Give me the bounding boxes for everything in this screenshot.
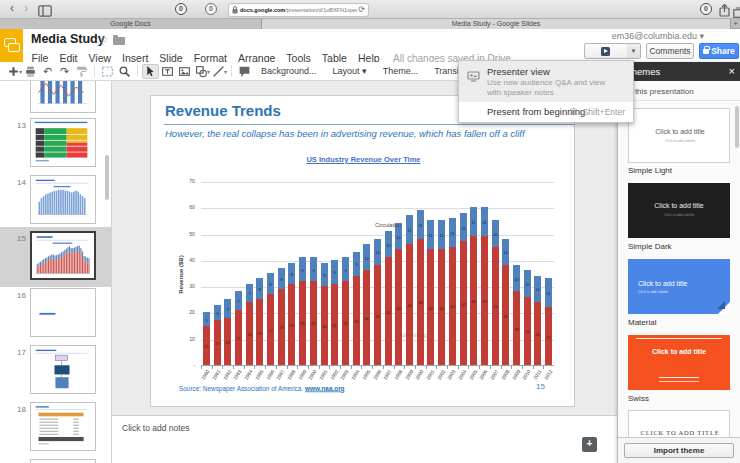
slide-editor[interactable]: Revenue Trends However, the real collaps…	[150, 95, 575, 407]
lock-icon	[232, 6, 238, 14]
layout-button[interactable]: Layout ▾	[325, 66, 375, 76]
share-button[interactable]: Share	[699, 43, 739, 59]
insert-image-icon[interactable]	[176, 64, 193, 79]
toolbar-separator	[94, 65, 95, 77]
slide-number: 16	[0, 291, 26, 300]
x-tick-label: 1998	[391, 369, 403, 384]
x-tick-mark	[522, 366, 523, 369]
theme-button[interactable]: Theme...	[375, 66, 427, 76]
browser-tab-media-study[interactable]: Media Study - Google Slides	[262, 19, 731, 29]
x-tick-label: 1985	[252, 369, 264, 384]
undo-icon[interactable]: ↶	[39, 64, 56, 79]
bar-value-label: 10	[363, 256, 372, 261]
comments-button[interactable]: Comments	[646, 43, 694, 59]
notes-placeholder[interactable]: Click to add notes	[122, 423, 190, 433]
bar-value-label: 32	[298, 322, 307, 327]
keyboard-shortcut: ⌘+Shift+Enter	[569, 107, 625, 117]
menu-item-present-from-beginning[interactable]: Present from beginning ⌘+Shift+Enter	[459, 102, 633, 122]
y-tick-label: 40	[182, 257, 195, 263]
x-tick-mark	[222, 366, 223, 369]
slides-logo-icon[interactable]	[0, 29, 23, 62]
select-tool-icon[interactable]	[142, 64, 159, 79]
browser-tab-bar: Google Docs Media Study - Google Slides …	[0, 19, 740, 29]
theme-card-material[interactable]: Click to add titleClick to add subtitle	[628, 259, 730, 314]
x-tick-mark	[383, 366, 384, 369]
x-tick-mark	[458, 366, 459, 369]
slide-thumbnail-17[interactable]	[30, 345, 96, 394]
url-path: /presentation/d/1oBXFN1xpewtrTSopjn50f38…	[285, 7, 357, 13]
gridline	[201, 208, 554, 209]
themes-scrollbar[interactable]	[735, 106, 739, 148]
themes-section-label: In this presentation	[626, 87, 694, 96]
browser-tab-google-docs[interactable]: Google Docs	[0, 19, 262, 29]
chevron-down-icon[interactable]: ▾	[224, 68, 227, 75]
document-title[interactable]: Media Study	[31, 32, 105, 46]
account-email[interactable]: em36@columbia.edu ▾	[612, 31, 704, 41]
browser-extension-icon[interactable]: 0	[175, 3, 187, 15]
print-icon[interactable]	[22, 64, 39, 79]
menu-item-presenter-view[interactable]: Presenter view Use new audience Q&A and …	[459, 61, 633, 102]
x-tick-mark	[361, 366, 362, 369]
theme-card-simple-dark[interactable]: Click to add titleClick to add subtitle	[628, 183, 730, 238]
close-icon[interactable]: ×	[729, 62, 735, 81]
x-tick-mark	[340, 366, 341, 369]
zoom-icon[interactable]	[116, 64, 133, 79]
theme-name: Simple Light	[628, 166, 672, 175]
bar-value-label: 49	[470, 299, 479, 304]
filmstrip-scrollbar[interactable]	[105, 155, 109, 200]
browser-extension-icon[interactable]: 0	[700, 3, 712, 15]
slide-thumbnail[interactable]	[30, 81, 96, 113]
slide-thumbnail-13[interactable]	[30, 118, 96, 167]
move-to-folder-icon[interactable]	[113, 37, 125, 45]
x-tick-label: 1980	[199, 369, 211, 384]
new-tab-button[interactable]: +	[731, 19, 740, 29]
x-tick-label: 1984	[241, 369, 253, 384]
browser-forward-button[interactable]: ›	[19, 1, 33, 16]
bar-value-label: 9	[298, 268, 307, 273]
background-button[interactable]: Background...	[253, 66, 325, 76]
slide-subtitle[interactable]: However, the real collapse has been in a…	[165, 128, 525, 139]
browser-toolbar: ‹ › 0 0 docs.google.com /presentation/d/…	[0, 0, 740, 19]
slide-thumbnail-19[interactable]	[30, 459, 96, 463]
web-clipboard-icon[interactable]: +	[582, 437, 597, 452]
theme-name: Swiss	[628, 394, 649, 403]
theme-card-simple-light[interactable]: Click to add titleClick to add subtitle	[628, 108, 730, 163]
insert-comment-icon[interactable]	[236, 64, 253, 79]
paint-format-icon[interactable]	[73, 64, 90, 79]
x-tick-label: 1988	[284, 369, 296, 384]
bar-value-label: 11	[405, 228, 414, 233]
x-tick-mark	[468, 366, 469, 369]
theme-name: Simple Dark	[628, 242, 672, 251]
bar-value-label: 44	[395, 306, 404, 311]
present-menu-button[interactable]: ▾	[627, 43, 641, 59]
slide-thumbnail-15[interactable]	[30, 231, 96, 280]
y-tick-label: 20	[182, 310, 195, 316]
bar-value-label: 44	[437, 306, 446, 311]
slide-thumbnail-14[interactable]	[30, 175, 96, 224]
revenue-chart[interactable]: 1551980176198118719822171983247198425819…	[201, 182, 554, 366]
bar-value-label: 29	[277, 326, 286, 331]
url-field[interactable]: docs.google.com /presentation/d/1oBXFN1x…	[228, 3, 369, 17]
reload-icon[interactable]: ⟳	[358, 5, 365, 14]
slide-thumbnail-18[interactable]	[30, 402, 96, 451]
chart-title: US Industry Revenue Over Time	[151, 155, 576, 164]
theme-card-swiss[interactable]: Click to add title	[628, 335, 730, 390]
text-box-icon[interactable]	[159, 64, 176, 79]
browser-extension-icon[interactable]: 0	[205, 3, 217, 15]
bar-value-label: 41	[384, 310, 393, 315]
toolbar-separator	[137, 65, 138, 77]
slide-title[interactable]: Revenue Trends	[165, 102, 281, 119]
bar-value-label: 45	[448, 305, 457, 310]
bar-value-label: 10	[502, 251, 511, 256]
redo-icon[interactable]: ↷	[56, 64, 73, 79]
slide-thumbnail-16[interactable]	[30, 288, 96, 337]
import-theme-button[interactable]: Import theme	[624, 443, 734, 458]
bar-value-label: 17	[213, 341, 222, 346]
browser-back-button[interactable]: ‹	[5, 1, 19, 16]
present-button[interactable]: Present	[584, 43, 628, 59]
y-tick-label: 10	[182, 336, 195, 342]
source-link[interactable]: www.naa.org	[305, 385, 345, 392]
play-icon	[601, 47, 610, 56]
zoom-fit-icon[interactable]	[99, 64, 116, 79]
star-icon[interactable]: ☆	[99, 33, 109, 46]
